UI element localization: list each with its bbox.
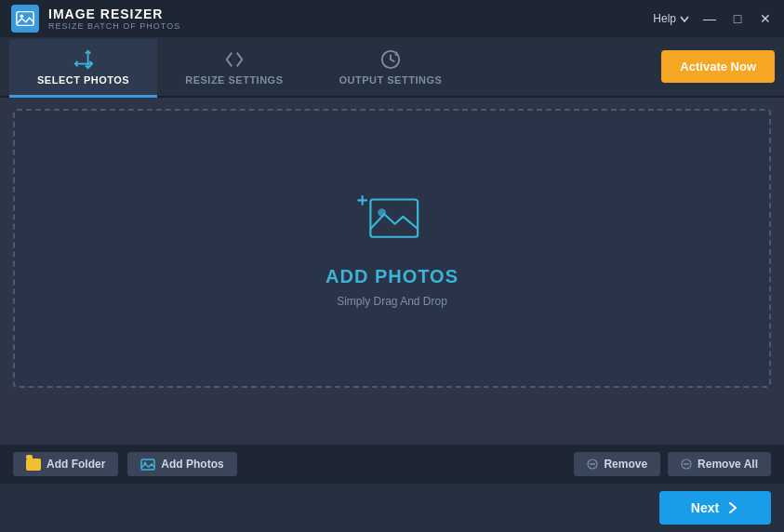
footer-bar: Next — [0, 484, 784, 532]
tab-output-settings-label: OUTPUT SETTINGS — [339, 74, 443, 86]
app-icon — [11, 5, 39, 33]
tab-resize-settings[interactable]: RESIZE SETTINGS — [157, 39, 311, 98]
tab-select-photos[interactable]: SELECT PHOTOS — [9, 39, 157, 98]
remove-button[interactable]: Remove — [574, 452, 660, 476]
add-photos-button[interactable]: Add Photos — [127, 452, 236, 476]
titlebar-controls: Help — □ ✕ — [653, 12, 773, 25]
add-folder-button[interactable]: Add Folder — [13, 452, 118, 476]
remove-all-button[interactable]: Remove All — [668, 452, 771, 476]
svg-rect-4 — [370, 199, 418, 236]
add-photos-text: ADD PHOTOS — [326, 266, 458, 287]
folder-icon — [26, 459, 41, 471]
add-photos-icon — [355, 190, 430, 259]
app-title-group: IMAGE RESIZER RESIZE BATCH OF PHOTOS — [48, 7, 180, 31]
titlebar: IMAGE RESIZER RESIZE BATCH OF PHOTOS Hel… — [0, 0, 784, 37]
drag-drop-text: Simply Drag And Drop — [337, 295, 447, 308]
activate-now-button[interactable]: Activate Now — [661, 50, 775, 83]
tab-output-settings[interactable]: OUTPUT SETTINGS — [312, 39, 471, 98]
next-button[interactable]: Next — [659, 491, 771, 525]
nav-bar: SELECT PHOTOS RESIZE SETTINGS OUTPUT SET… — [0, 37, 784, 98]
add-photos-icon-small — [140, 458, 155, 471]
svg-point-1 — [20, 14, 24, 18]
remove-all-icon — [681, 459, 692, 470]
app-subtitle: RESIZE BATCH OF PHOTOS — [48, 21, 180, 31]
bottom-btn-bar: Add Folder Add Photos Remove Remove All — [0, 445, 784, 484]
app-title: IMAGE RESIZER — [48, 7, 180, 21]
close-button[interactable]: ✕ — [758, 12, 773, 25]
remove-buttons: Remove Remove All — [574, 452, 771, 476]
tab-select-photos-label: SELECT PHOTOS — [37, 74, 129, 86]
minimize-button[interactable]: — — [702, 12, 717, 25]
next-icon — [726, 501, 739, 514]
help-button[interactable]: Help — [653, 12, 689, 25]
tab-resize-settings-label: RESIZE SETTINGS — [185, 74, 283, 86]
drop-zone[interactable]: ADD PHOTOS Simply Drag And Drop — [13, 109, 771, 388]
maximize-button[interactable]: □ — [730, 12, 745, 25]
remove-icon — [587, 459, 598, 470]
titlebar-left: IMAGE RESIZER RESIZE BATCH OF PHOTOS — [11, 5, 180, 33]
